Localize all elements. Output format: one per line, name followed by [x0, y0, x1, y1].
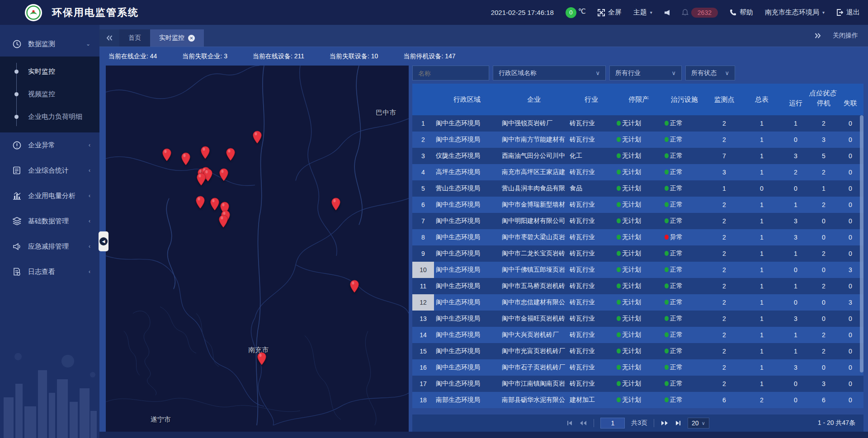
column-header-停机[interactable]: 停机 [810, 98, 837, 115]
table-row[interactable]: 4高坪生态环境局南充市高坪区王家店建砖瓦行业无计划正常31220 [412, 164, 863, 180]
chevron-left-icon: ‹ [89, 142, 90, 148]
cell-points: 2 [706, 283, 742, 290]
map-pin[interactable] [226, 148, 236, 161]
region-select[interactable]: 行政区域名称∨ [493, 66, 606, 80]
table-row[interactable]: 6阆中生态环境局阆中市金博瑞新型墙材砖瓦行业无计划正常21120 [412, 197, 863, 213]
tab-close-icon[interactable]: ✕ [188, 35, 195, 42]
cell-industry: 建材加工 [568, 396, 615, 404]
sidebar-collapse-button[interactable]: ◀ [99, 231, 108, 251]
sidebar-item-企业电力负荷明细[interactable]: 企业电力负荷明细 [0, 105, 99, 128]
map-pin[interactable] [219, 168, 229, 181]
page-number-input[interactable] [600, 418, 625, 429]
page-size-select[interactable]: 20 ∨ [688, 418, 709, 429]
close-operations-button[interactable]: 关闭操作 [833, 32, 858, 40]
table-scrollbar[interactable] [860, 115, 863, 414]
cell-facility-status: 正常 [663, 282, 706, 290]
last-page-button[interactable] [675, 420, 681, 426]
column-header-监测点[interactable]: 监测点 [706, 84, 742, 115]
org-dropdown[interactable]: 南充市生态环境局▾ [765, 8, 825, 17]
cell-production-status: 无计划 [615, 282, 663, 290]
column-header-运行[interactable]: 运行 [781, 98, 810, 115]
map-pin[interactable] [331, 198, 341, 211]
sidebar-group-2[interactable]: 企业异常‹ [0, 132, 99, 158]
column-header-企业[interactable]: 企业 [500, 84, 568, 115]
table-row[interactable]: 8阆中生态环境局阆中市枣碧大梁山页岩砖瓦行业无计划异常21300 [412, 229, 863, 245]
column-header-治污设施[interactable]: 治污设施 [663, 84, 706, 115]
first-page-button[interactable] [566, 420, 573, 426]
column-header-行政区域[interactable]: 行政区域 [434, 84, 500, 115]
industry-select[interactable]: 所有行业∨ [609, 66, 682, 80]
table-row[interactable]: 15阆中生态环境局阆中市光富页岩机砖厂砖瓦行业无计划正常21120 [412, 343, 863, 359]
status-dot-green [665, 267, 669, 272]
map-pin[interactable] [253, 131, 262, 144]
status-dot-green [665, 316, 669, 321]
sidebar-item-视频监控[interactable]: 视频监控 [0, 83, 99, 105]
table-row[interactable]: 17阆中生态环境局阆中市江南镇阆南页岩砖瓦行业无计划正常21030 [412, 376, 863, 392]
table-row[interactable]: 10阆中生态环境局阆中千佛镇五郎垭页岩砖瓦行业无计划正常21003 [412, 262, 863, 278]
tab-scroll-left-button[interactable] [99, 29, 119, 47]
sidebar-group-4[interactable]: 企业用电量分析‹ [0, 183, 99, 208]
status-select[interactable]: 所有状态∨ [685, 66, 735, 80]
map-pin[interactable] [210, 198, 220, 211]
table-row[interactable]: 14阆中生态环境局阆中大兴页岩机砖厂砖瓦行业无计划正常21120 [412, 327, 863, 343]
theme-dropdown[interactable]: 主题▾ [633, 8, 652, 17]
map-panel[interactable]: 巴中市南充市遂宁市 [106, 66, 409, 432]
table-row[interactable]: 3仪陇生态环境局西南油气田分公司川中化工无计划正常71350 [412, 148, 863, 164]
logout-button[interactable]: 退出 [836, 8, 860, 17]
sidebar-group-5[interactable]: 基础数据管理‹ [0, 208, 99, 234]
cell-meters: 1 [742, 380, 781, 387]
status-dot-green [665, 251, 669, 256]
fullscreen-button[interactable]: 全屏 [598, 8, 622, 17]
column-header-失联[interactable]: 失联 [837, 98, 863, 115]
table-row[interactable]: 1阆中生态环境局阆中强锐页岩砖厂砖瓦行业无计划正常21120 [412, 115, 863, 132]
map-pin[interactable] [196, 196, 205, 209]
sidebar-item-label: 视频监控 [28, 90, 55, 99]
column-header-行业[interactable]: 行业 [568, 84, 615, 115]
map-pin[interactable] [218, 215, 228, 228]
table-row[interactable]: 18南部生态环境局南部县砺华水泥有限公建材加工无计划正常62060 [412, 392, 863, 408]
cell-company: 阆中市南方节能建材有 [500, 136, 568, 144]
table-row[interactable]: 12阆中生态环境局阆中市忠信建材有限公砖瓦行业无计划正常21003 [412, 294, 863, 311]
name-search-input[interactable] [412, 66, 489, 80]
cell-facility-status: 正常 [663, 266, 706, 274]
sidebar-group-3[interactable]: 企业综合统计‹ [0, 158, 99, 183]
table-row[interactable]: 11阆中生态环境局阆中市五马桥页岩机砖砖瓦行业无计划正常21120 [412, 278, 863, 294]
cell-company: 阆中市枣碧大梁山页岩 [500, 233, 568, 241]
sidebar-item-实时监控[interactable]: 实时监控 [0, 60, 99, 83]
sidebar-group-6[interactable]: 应急减排管理‹ [0, 234, 99, 259]
prev-page-button[interactable] [579, 420, 587, 426]
notifications[interactable]: 2632 [682, 8, 718, 18]
table-row[interactable]: 7阆中生态环境局阆中明阳建材有限公司砖瓦行业无计划正常21300 [412, 213, 863, 229]
column-header-总表[interactable]: 总表 [742, 84, 781, 115]
tab-实时监控[interactable]: 实时监控✕ [150, 29, 204, 47]
cell-points: 2 [706, 120, 742, 127]
mute-button[interactable] [664, 9, 670, 16]
cell-production-status: 无计划 [615, 298, 663, 306]
cell-meters: 0 [742, 185, 781, 192]
map-pin[interactable] [162, 148, 171, 161]
map-pin[interactable] [350, 280, 359, 293]
sidebar-group-1[interactable]: 数据监测⌄ [0, 31, 99, 57]
scrollbar-thumb[interactable] [860, 115, 863, 372]
sidebar-group-7[interactable]: 日志查看‹ [0, 259, 99, 284]
tab-首页[interactable]: 首页 [119, 29, 150, 47]
map-pin[interactable] [200, 146, 210, 159]
cell-facility-status: 正常 [663, 152, 706, 160]
map-pin[interactable] [257, 352, 267, 365]
table-row[interactable]: 2阆中生态环境局阆中市南方节能建材有砖瓦行业无计划正常21030 [412, 132, 863, 148]
map-pin[interactable] [197, 173, 206, 186]
double-chevron-right-icon[interactable] [815, 33, 821, 38]
temperature-value: 0 [566, 7, 576, 18]
status-dot-green [665, 300, 669, 305]
table-row[interactable]: 16阆中生态环境局阆中市石子页岩机砖厂砖瓦行业无计划正常21300 [412, 359, 863, 376]
column-header-停限产[interactable]: 停限产 [615, 84, 663, 115]
next-page-button[interactable] [660, 420, 669, 426]
table-row[interactable]: 9阆中生态环境局阆中市二龙长宝页岩砖砖瓦行业无计划正常21120 [412, 245, 863, 262]
table-row[interactable]: 5营山生态环境局营山县润丰肉食品有限食品无计划正常10010 [412, 180, 863, 197]
table-row[interactable]: 13阆中生态环境局阆中市金福旺页岩机砖砖瓦行业无计划正常21300 [412, 311, 863, 327]
cell-region: 阆中生态环境局 [434, 136, 500, 144]
cell-points: 2 [706, 331, 742, 339]
map-pin[interactable] [181, 152, 190, 165]
help-button[interactable]: 帮助 [730, 8, 753, 17]
chevron-down-icon: ∨ [671, 70, 676, 76]
